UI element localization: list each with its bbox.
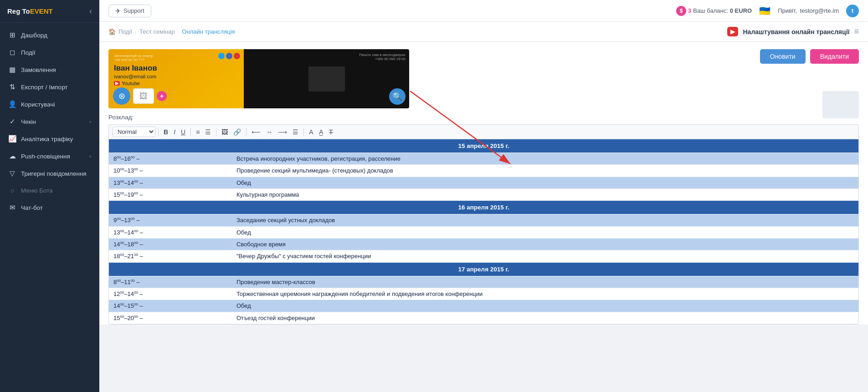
schedule-day-header: 17 апреля 2015 г. [109,262,858,276]
table-row: 1500–1900 –Культурная программа [109,188,858,200]
sidebar-item-label: Аналітика трафіку [21,136,73,143]
bot-menu-icon: ○ [8,187,16,194]
sidebar-item-events[interactable]: ◻ Події [0,44,99,61]
sidebar-item-push[interactable]: ☁ Push-сповіщення › [0,148,99,165]
sidebar-item-chatbot[interactable]: ✉ Чат-бот [0,199,99,216]
yt-badge: ▶ [114,81,120,86]
preview-container: Зателефонуй за номер+38 000 00 30 ??? Ів… [108,49,409,108]
toolbar-separator [246,128,247,136]
triggers-icon: ▽ [8,169,16,178]
flag-icon: 🇺🇦 [759,5,770,16]
breadcrumb-events[interactable]: Події [118,28,132,35]
table-row: 800–1100 –Проведение мастер-классов [109,276,858,288]
sidebar-item-label: Дашборд [21,32,47,39]
support-button[interactable]: ✈ Support [108,5,151,17]
editor-content[interactable]: 15 апреля 2015 г.800–1600 –Встреча иного… [108,139,859,325]
youtube-icon: ▶ [727,27,738,36]
align-left-button[interactable]: ⟵ [249,127,263,137]
sidebar-item-triggers[interactable]: ▽ Тригерні повідомлення [0,165,99,182]
username-text: testorg@rte.im [800,7,839,14]
align-center-button[interactable]: ↔ [264,127,275,137]
page-section-title: Налаштування онлайн трансляції [743,28,849,36]
rozklad-label: Розклад: [108,114,859,121]
dollar-circle: $ [676,6,686,16]
twitter-icon [218,53,225,59]
preview-plus-btn: + [157,91,167,101]
bold-button[interactable]: B [161,127,170,137]
ordered-list-button[interactable]: ≡ [194,127,202,137]
analytics-icon: 📈 [8,135,16,143]
delete-button[interactable]: Видалити [810,49,859,64]
sidebar: Reg ToEVENT ‹ ⊞ Дашборд ◻ Події ▦ Замовл… [0,0,99,392]
topbar: ✈ Support $ 3 Ваш баланс: 0 EURO 🇺🇦 Прив… [99,0,868,22]
preview-social-icons [218,53,240,59]
underline-button[interactable]: U [179,127,188,137]
balance-label: Ваш баланс: [693,7,728,14]
sidebar-item-label: Чат-бот [21,204,43,211]
logo-text: Reg ToEVENT [7,7,53,15]
refresh-button[interactable]: Оновити [760,49,806,64]
breadcrumb-current: Онлайн трансляція [182,28,235,35]
sidebar-item-label: Замовлення [21,66,56,73]
breadcrumb-seminar[interactable]: Тест семінар [139,28,175,35]
sidebar-item-analytics[interactable]: 📈 Аналітика трафіку [0,130,99,148]
support-label: Support [123,7,144,14]
breadcrumb-sep2: · [178,28,180,35]
schedule-day-header: 16 апреля 2015 г. [109,201,858,214]
preview-magnify-icon: 🔍 [389,88,406,105]
toolbar-separator [216,128,216,136]
sidebar-logo: Reg ToEVENT ‹ [0,0,99,23]
preview-bottom-icons: ⊛ 🖼 + [113,87,167,105]
highlight-button[interactable]: A̲ [317,127,326,137]
sidebar-toggle-icon[interactable]: ‹ [89,6,92,16]
chevron-right-icon: › [89,119,91,124]
breadcrumb: 🏠 Події · Тест семінар · Онлайн трансляц… [108,28,235,35]
avatar[interactable]: t [846,5,859,17]
link-button[interactable]: 🔗 [231,127,243,137]
export-icon: ⇅ [8,83,16,91]
chatbot-icon: ✉ [8,204,16,212]
balance-count: 3 [688,7,691,14]
greeting-text: Привіт, [778,7,797,14]
page-title-right: ▶ Налаштування онлайн трансляції ≡ [727,27,859,36]
sidebar-item-dashboard[interactable]: ⊞ Дашборд [0,26,99,44]
balance-amount: 0 EURO [730,7,752,14]
sidebar-item-label: Експорт / Імпорт [21,84,68,91]
user-greeting: Привіт, testorg@rte.im [778,7,839,14]
format-select[interactable]: Normal Heading 1 Heading 2 Heading 3 [113,127,155,137]
italic-button[interactable]: I [171,127,178,137]
breadcrumb-bar: 🏠 Події · Тест семінар · Онлайн трансляц… [99,22,868,42]
preview-yt-text: Youtube [122,81,140,86]
sidebar-item-export[interactable]: ⇅ Експорт / Імпорт [0,78,99,96]
sidebar-item-label: Користувачі [21,101,55,108]
align-right-button[interactable]: ⟶ [276,127,289,137]
sidebar-item-label: Push-сповіщення [21,153,70,160]
table-row: 1800–2100 –"Вечер Дружбы" с участием гос… [109,250,858,262]
sidebar-item-orders[interactable]: ▦ Замовлення [0,61,99,78]
table-row: 1500–2000 –Отъезд гостей конференции [109,312,858,324]
image-button[interactable]: 🖼 [219,127,230,137]
chevron-right-icon: › [89,153,91,159]
preview-send-text: Пишіть нам в месенджерах +360 90 090 29 … [351,53,406,61]
orders-icon: ▦ [8,66,16,74]
preview-email: ivanov@email.com [114,74,238,79]
sidebar-item-checkin[interactable]: ✓ Чекін › [0,113,99,130]
balance-badge: $ 3 Ваш баланс: 0 EURO [676,6,752,16]
breadcrumb-sep1: · [135,28,137,35]
unordered-list-button[interactable]: ☰ [203,127,213,137]
toolbar-separator [190,128,191,136]
push-icon: ☁ [8,152,16,160]
sidebar-item-label: Тригерні повідомлення [21,170,87,177]
checkin-icon: ✓ [8,117,16,126]
menu-dots-icon[interactable]: ≡ [854,27,859,36]
font-color-button[interactable]: A [307,127,315,137]
editor-toolbar: Normal Heading 1 Heading 2 Heading 3 B I… [108,124,859,139]
home-icon: 🏠 [108,28,116,35]
sidebar-item-users[interactable]: 👤 Користувачі [0,96,99,113]
clear-format-button[interactable]: T̶ [327,127,335,137]
youtube-social-icon [234,53,240,59]
align-justify-button[interactable]: ☰ [290,127,301,137]
sidebar-item-label: Події [21,49,36,56]
preview-img-placeholder: 🖼 [133,88,154,104]
action-buttons: Оновити Видалити [760,49,859,64]
